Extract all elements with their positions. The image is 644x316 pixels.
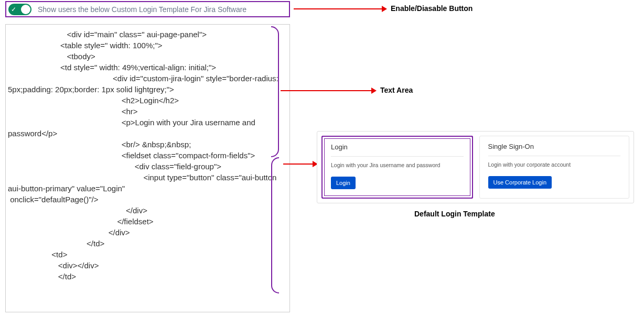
sso-card: Single Sign-On Login with your corporate…	[479, 136, 630, 199]
arrow-text-area	[281, 90, 372, 91]
preview-caption: Default Login Template	[414, 210, 495, 218]
sso-card-description: Login with your corporate account	[488, 161, 621, 168]
label-enable-disable: Enable/Diasable Button	[391, 4, 473, 13]
arrow-enable-disable	[294, 8, 383, 9]
arrow-preview	[283, 164, 314, 165]
corporate-login-button[interactable]: Use Corporate Login	[488, 176, 552, 189]
check-icon: ✓	[11, 6, 16, 13]
bracket-textarea	[271, 26, 279, 157]
toggle-label: Show users the below Custom Login Templa…	[38, 5, 246, 14]
bracket-preview	[271, 157, 279, 293]
login-card-description: Login with your Jira username and passwo…	[331, 162, 464, 168]
login-card: Login Login with your Jira username and …	[321, 136, 473, 199]
preview-panel: Login Login with your Jira username and …	[317, 131, 634, 203]
login-card-title: Login	[331, 143, 464, 157]
toggle-row: ✓ Show users the below Custom Login Temp…	[5, 1, 290, 17]
enable-toggle[interactable]: ✓	[8, 4, 31, 15]
template-textarea[interactable]: <div id="main" class=" aui-page-panel"> …	[5, 24, 290, 312]
login-button[interactable]: Login	[331, 177, 356, 189]
toggle-knob	[21, 5, 30, 14]
label-text-area: Text Area	[380, 86, 413, 94]
sso-card-title: Single Sign-On	[488, 143, 621, 156]
